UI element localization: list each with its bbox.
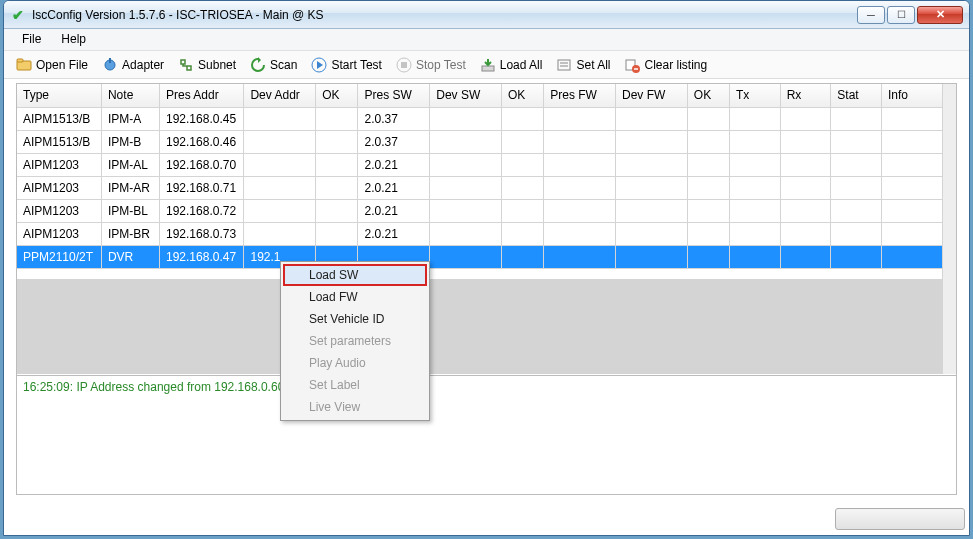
- cell-note[interactable]: IPM-BL: [101, 199, 159, 222]
- cell-ok3[interactable]: [687, 153, 729, 176]
- cell-pres_fw[interactable]: [544, 107, 616, 130]
- cell-ok2[interactable]: [502, 199, 544, 222]
- cell-stat[interactable]: [831, 245, 882, 268]
- maximize-button[interactable]: [887, 6, 915, 24]
- table-row[interactable]: AIPM1203IPM-BR192.168.0.732.0.21: [17, 222, 956, 245]
- cell-ok2[interactable]: [502, 176, 544, 199]
- stop-test-button[interactable]: Stop Test: [392, 55, 470, 75]
- cell-dev_sw[interactable]: [430, 222, 502, 245]
- col-ok2[interactable]: OK: [502, 84, 544, 107]
- cell-dev_fw[interactable]: [616, 222, 688, 245]
- cell-dev_fw[interactable]: [616, 130, 688, 153]
- cell-tx[interactable]: [730, 130, 781, 153]
- cell-dev_addr[interactable]: [244, 107, 316, 130]
- menu-file[interactable]: File: [12, 29, 51, 50]
- cell-tx[interactable]: [730, 107, 781, 130]
- cell-pres_sw[interactable]: 2.0.21: [358, 176, 430, 199]
- col-pres-addr[interactable]: Pres Addr: [160, 84, 244, 107]
- cell-dev_fw[interactable]: [616, 107, 688, 130]
- cell-rx[interactable]: [780, 130, 831, 153]
- cell-pres_addr[interactable]: 192.168.0.72: [160, 199, 244, 222]
- cell-note[interactable]: DVR: [101, 245, 159, 268]
- load-all-button[interactable]: Load All: [476, 55, 547, 75]
- cell-rx[interactable]: [780, 222, 831, 245]
- close-button[interactable]: [917, 6, 963, 24]
- col-pres-sw[interactable]: Pres SW: [358, 84, 430, 107]
- cell-ok2[interactable]: [502, 130, 544, 153]
- cell-dev_fw[interactable]: [616, 176, 688, 199]
- cell-dev_addr[interactable]: [244, 176, 316, 199]
- device-table[interactable]: Type Note Pres Addr Dev Addr OK Pres SW …: [17, 84, 956, 269]
- col-rx[interactable]: Rx: [780, 84, 831, 107]
- cell-note[interactable]: IPM-B: [101, 130, 159, 153]
- cell-dev_addr[interactable]: [244, 130, 316, 153]
- cell-ok3[interactable]: [687, 176, 729, 199]
- cell-type[interactable]: AIPM1203: [17, 199, 101, 222]
- cell-dev_fw[interactable]: [616, 199, 688, 222]
- cell-ok2[interactable]: [502, 245, 544, 268]
- cell-pres_fw[interactable]: [544, 245, 616, 268]
- cell-ok1[interactable]: [316, 176, 358, 199]
- cell-pres_fw[interactable]: [544, 222, 616, 245]
- log-panel[interactable]: 16:25:09: IP Address changed from 192.16…: [17, 375, 956, 494]
- cell-stat[interactable]: [831, 199, 882, 222]
- cell-stat[interactable]: [831, 176, 882, 199]
- cell-pres_addr[interactable]: 192.168.0.70: [160, 153, 244, 176]
- table-row[interactable]: AIPM1513/BIPM-A192.168.0.452.0.37: [17, 107, 956, 130]
- cell-dev_addr[interactable]: [244, 153, 316, 176]
- cell-dev_sw[interactable]: [430, 176, 502, 199]
- cell-rx[interactable]: [780, 176, 831, 199]
- cell-ok2[interactable]: [502, 107, 544, 130]
- cell-ok1[interactable]: [316, 199, 358, 222]
- cell-type[interactable]: AIPM1203: [17, 222, 101, 245]
- col-note[interactable]: Note: [101, 84, 159, 107]
- cell-stat[interactable]: [831, 107, 882, 130]
- cell-pres_sw[interactable]: 2.0.37: [358, 107, 430, 130]
- cell-dev_addr[interactable]: [244, 199, 316, 222]
- cell-note[interactable]: IPM-AL: [101, 153, 159, 176]
- col-tx[interactable]: Tx: [730, 84, 781, 107]
- table-row[interactable]: PPM2110/2TDVR192.168.0.47192.1: [17, 245, 956, 268]
- adapter-button[interactable]: Adapter: [98, 55, 168, 75]
- header-row[interactable]: Type Note Pres Addr Dev Addr OK Pres SW …: [17, 84, 956, 107]
- open-file-button[interactable]: Open File: [12, 55, 92, 75]
- cell-note[interactable]: IPM-A: [101, 107, 159, 130]
- col-ok1[interactable]: OK: [316, 84, 358, 107]
- cell-dev_sw[interactable]: [430, 199, 502, 222]
- cell-pres_addr[interactable]: 192.168.0.46: [160, 130, 244, 153]
- cell-tx[interactable]: [730, 153, 781, 176]
- cell-pres_addr[interactable]: 192.168.0.73: [160, 222, 244, 245]
- cell-pres_sw[interactable]: 2.0.21: [358, 222, 430, 245]
- cell-type[interactable]: PPM2110/2T: [17, 245, 101, 268]
- cell-rx[interactable]: [780, 199, 831, 222]
- cell-dev_sw[interactable]: [430, 153, 502, 176]
- set-all-button[interactable]: Set All: [552, 55, 614, 75]
- cell-dev_fw[interactable]: [616, 153, 688, 176]
- subnet-button[interactable]: Subnet: [174, 55, 240, 75]
- cell-type[interactable]: AIPM1203: [17, 176, 101, 199]
- col-dev-sw[interactable]: Dev SW: [430, 84, 502, 107]
- vertical-scrollbar[interactable]: [942, 84, 956, 374]
- cell-ok2[interactable]: [502, 222, 544, 245]
- table-row[interactable]: AIPM1513/BIPM-B192.168.0.462.0.37: [17, 130, 956, 153]
- cell-ok1[interactable]: [316, 130, 358, 153]
- cell-pres_addr[interactable]: 192.168.0.71: [160, 176, 244, 199]
- table-row[interactable]: AIPM1203IPM-BL192.168.0.722.0.21: [17, 199, 956, 222]
- menu-help[interactable]: Help: [51, 29, 96, 50]
- status-button[interactable]: [835, 508, 965, 530]
- table-row[interactable]: AIPM1203IPM-AL192.168.0.702.0.21: [17, 153, 956, 176]
- col-dev-fw[interactable]: Dev FW: [616, 84, 688, 107]
- cell-ok3[interactable]: [687, 222, 729, 245]
- col-ok3[interactable]: OK: [687, 84, 729, 107]
- cell-ok1[interactable]: [316, 153, 358, 176]
- col-type[interactable]: Type: [17, 84, 101, 107]
- cell-pres_fw[interactable]: [544, 153, 616, 176]
- cell-pres_fw[interactable]: [544, 199, 616, 222]
- cell-dev_sw[interactable]: [430, 130, 502, 153]
- cell-ok3[interactable]: [687, 107, 729, 130]
- cell-pres_addr[interactable]: 192.168.0.47: [160, 245, 244, 268]
- cell-ok3[interactable]: [687, 245, 729, 268]
- cell-type[interactable]: AIPM1203: [17, 153, 101, 176]
- ctx-set-vehicle-id[interactable]: Set Vehicle ID: [283, 308, 427, 330]
- cell-ok2[interactable]: [502, 153, 544, 176]
